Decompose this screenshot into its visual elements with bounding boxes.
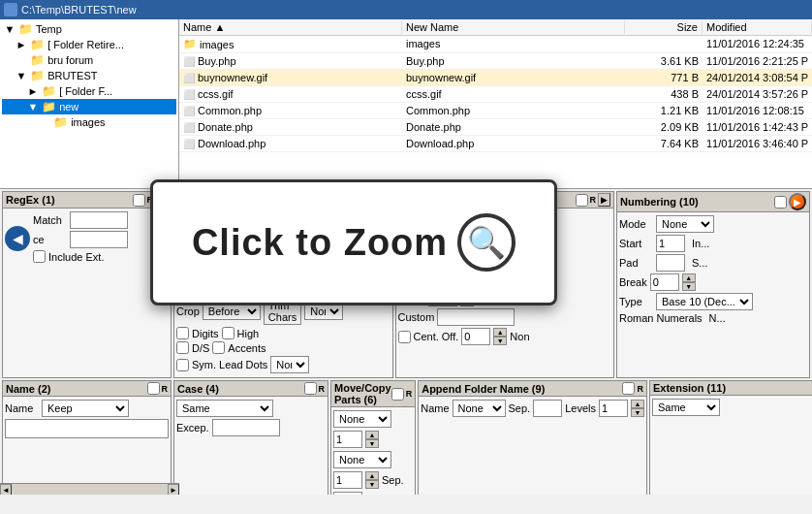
append-sep-input[interactable] (533, 400, 562, 417)
ds-lbl: D/S (192, 342, 209, 354)
levels-lbl: Levels (565, 402, 596, 414)
num-pad-input[interactable] (656, 254, 685, 272)
accents-checkbox[interactable] (212, 341, 225, 354)
table-row[interactable]: ⬜ ccss.gif ccss.gif 438 B 24/01/2014 3:5… (179, 86, 812, 103)
tree-item[interactable]: 📁 bru forum (2, 52, 176, 68)
case-select[interactable]: Same (176, 400, 273, 417)
num-start-input[interactable] (656, 235, 685, 252)
extension-select[interactable]: Same (652, 399, 720, 416)
table-row[interactable]: ⬜ buynownew.gif buynownew.gif 771 B 24/0… (179, 70, 812, 86)
non-lbl: Non (510, 331, 529, 342)
custom-input[interactable] (437, 308, 515, 326)
append-sep-lbl: Sep. (509, 402, 531, 414)
append-title: Append Folder Name (9) R (419, 381, 646, 397)
col-modified[interactable]: Modified (703, 20, 812, 34)
off-spinner[interactable]: ▲ ▼ (493, 328, 507, 345)
cent-checkbox[interactable] (398, 331, 411, 343)
crop-lbl: Crop (176, 305, 200, 317)
sym-checkbox[interactable] (176, 359, 189, 371)
numbering-title-lbl: Numbering (10) (620, 196, 699, 208)
file-tree: ▼ 📁 Temp ► 📁 [ Folder Retire... 📁 bru fo… (0, 19, 179, 188)
digits-checkbox[interactable] (176, 327, 189, 339)
title-bar: C:\Temp\BRUTEST\new (0, 0, 812, 19)
tree-item[interactable]: ► 📁 [ Folder F... (2, 83, 176, 99)
extension-title: Extension (11) (650, 381, 812, 396)
movecopy-select2[interactable]: None (333, 451, 391, 468)
tree-item[interactable]: ▼ 📁 BRUTEST (2, 68, 176, 83)
accents-lbl: Accents (228, 342, 265, 354)
title-path: C:\Temp\BRUTEST\new (21, 4, 137, 16)
sep-input2[interactable] (333, 492, 362, 495)
movecopy-title: Move/Copy Parts (6) R (331, 381, 415, 407)
num-mode-select[interactable]: None (656, 215, 714, 233)
name-checkbox[interactable] (147, 382, 160, 395)
match-label: Match (33, 214, 67, 226)
table-row[interactable]: ⬜ Buy.php Buy.php 3.61 KB 11/01/2016 2:2… (179, 53, 812, 70)
off-input[interactable] (461, 328, 490, 345)
sym-lbl: Sym. (192, 359, 216, 370)
col-newname[interactable]: New Name (402, 20, 625, 34)
excep-input[interactable] (212, 419, 280, 436)
digits-lbl: Digits (192, 328, 219, 339)
auto-date-checkbox[interactable] (576, 194, 588, 207)
col-name[interactable]: Name ▲ (179, 20, 402, 34)
replace-label: ce (33, 234, 67, 245)
regex-panel-title: RegEx (1) R ▶ (3, 192, 171, 209)
high-checkbox[interactable] (222, 327, 234, 339)
zoom-icon: 🔍 (457, 213, 515, 272)
num-type-select[interactable]: Base 10 (Dec... (656, 293, 753, 310)
tree-item[interactable]: ▼ 📁 Temp (2, 21, 176, 37)
high-lbl: High (237, 328, 260, 339)
table-row[interactable]: ⬜ Donate.php Donate.php 2.09 KB 11/01/20… (179, 119, 812, 136)
excep-lbl: Excep. (176, 422, 209, 434)
zoom-overlay[interactable]: Click to Zoom 🔍 (150, 179, 557, 305)
case-panel: Case (4) R Same Excep. (173, 380, 328, 495)
app-icon (4, 3, 17, 16)
name-select[interactable]: Keep (42, 400, 129, 417)
movecopy-select1[interactable]: None (333, 410, 391, 428)
chars-label2: Chars (268, 311, 297, 323)
include-ext-checkbox[interactable] (33, 250, 46, 263)
include-ext-label: Include Ext. (48, 251, 104, 263)
append-title-lbl: Append Folder Name (9) (422, 383, 545, 395)
tree-item[interactable]: ► 📁 [ Folder Retire... (2, 37, 176, 52)
table-row[interactable]: ⬜ Common.php Common.php 1.21 KB 11/01/20… (179, 103, 812, 119)
non-select[interactable]: Non (270, 356, 309, 373)
extension-title-lbl: Extension (11) (653, 382, 726, 394)
extension-panel: Extension (11) Same (649, 380, 812, 495)
match-input[interactable] (70, 211, 128, 229)
append-name-lbl: Name (421, 402, 449, 414)
col-size[interactable]: Size (625, 20, 703, 34)
table-row[interactable]: 📁 images images 11/01/2016 12:24:35 (179, 36, 812, 53)
custom-lbl: Custom (398, 311, 435, 323)
numbering-nav[interactable]: ▶ (789, 193, 806, 210)
auto-date-nav[interactable]: ▶ (598, 193, 610, 207)
append-checkbox[interactable] (622, 382, 635, 395)
roman-lbl: Roman Numerals (619, 312, 703, 324)
num-mode-lbl: Mode (619, 218, 653, 230)
case-title-lbl: Case (4) (177, 383, 219, 395)
tree-item-new[interactable]: ▼ 📁 new (2, 99, 176, 114)
off-lbl: Off. (442, 331, 459, 342)
name-input-area (5, 419, 169, 438)
movecopy-val2[interactable] (333, 471, 362, 489)
levels-input[interactable] (599, 400, 628, 417)
num-type-lbl: Type (619, 296, 653, 307)
prev-button[interactable]: ◀ (5, 226, 30, 251)
numbering-checkbox[interactable] (774, 196, 787, 209)
table-row[interactable]: ⬜ Download.php Download.php 7.64 KB 11/0… (179, 136, 812, 152)
ds-checkbox[interactable] (176, 341, 189, 354)
append-name-select[interactable]: None (453, 400, 506, 417)
regex-checkbox[interactable] (133, 194, 145, 207)
case-panel-title: Case (4) R (174, 381, 328, 397)
replace-input[interactable] (70, 231, 128, 248)
name-title-lbl: Name (2) (6, 383, 50, 395)
sep-lbl2: Sep. (382, 474, 404, 486)
num-start-lbl: Start (619, 238, 653, 249)
movecopy-val1[interactable] (333, 431, 362, 448)
tree-item[interactable]: 📁 images (2, 114, 176, 130)
file-list: Name ▲ New Name Size Modified 📁 images i… (179, 19, 812, 188)
movecopy-checkbox[interactable] (391, 388, 404, 401)
num-break-input[interactable] (650, 273, 679, 291)
case-checkbox[interactable] (304, 382, 317, 395)
